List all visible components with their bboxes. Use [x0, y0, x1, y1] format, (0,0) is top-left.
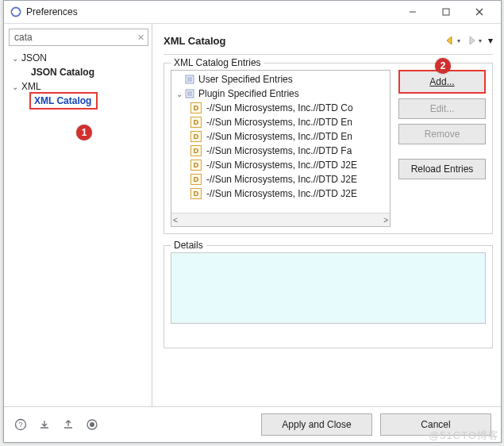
entry-text: -//Sun Microsystems, Inc.//DTD En — [206, 117, 352, 128]
entries-group: XML Catalog Entries User Specified Entri… — [164, 63, 493, 234]
bottom-bar: ? Apply and Close Cancel — [4, 406, 501, 442]
catalog-entry[interactable]: D-//Sun Microsystems, Inc.//DTD En — [171, 129, 390, 144]
export-icon[interactable] — [61, 417, 75, 432]
entry-label: Plugin Specified Entries — [198, 88, 299, 99]
separator — [164, 54, 493, 55]
clear-filter-icon[interactable]: ✕ — [137, 33, 144, 43]
user-entries-node[interactable]: User Specified Entries — [171, 72, 390, 87]
tree-label: JSON Catalog — [29, 67, 94, 78]
back-button[interactable]: ▾ — [445, 36, 460, 45]
catalog-entry[interactable]: D-//Sun Microsystems, Inc.//DTD Co — [171, 101, 390, 115]
minimize-button[interactable] — [396, 2, 429, 22]
details-group-label: Details — [171, 240, 206, 251]
tree-node-json-catalog[interactable]: JSON Catalog — [9, 65, 148, 79]
catalog-icon — [184, 74, 195, 85]
apply-and-close-button[interactable]: Apply and Close — [261, 413, 372, 436]
entry-text: -//Sun Microsystems, Inc.//DTD En — [206, 131, 352, 142]
edit-button[interactable]: Edit... — [398, 98, 486, 119]
chevron-down-icon: ⌄ — [10, 83, 20, 91]
entries-button-column: Add... Edit... Remove Reload Entries — [398, 70, 486, 227]
catalog-entry[interactable]: D-//Sun Microsystems, Inc.//DTD En — [171, 115, 390, 129]
dtd-icon: D — [190, 174, 202, 185]
cancel-button[interactable]: Cancel — [380, 413, 491, 436]
entries-group-label: XML Catalog Entries — [171, 57, 264, 68]
filter-box[interactable]: ✕ — [9, 29, 148, 46]
import-icon[interactable] — [37, 417, 52, 432]
client-area: ✕ ⌄ JSON JSON Catalog ⌄ XML — [4, 24, 501, 442]
right-content: XML Catalog ▾ ▾ ▾ XML Catalog Entries — [152, 24, 501, 406]
app-icon — [10, 6, 21, 17]
nav-history: ▾ ▾ ▾ — [445, 35, 493, 46]
tree-label: JSON — [20, 52, 47, 63]
chevron-down-icon: ⌄ — [10, 54, 20, 63]
help-icon[interactable]: ? — [13, 417, 28, 432]
catalog-entry[interactable]: D-//Sun Microsystems, Inc.//DTD J2E — [171, 158, 390, 172]
reload-entries-button[interactable]: Reload Entries — [398, 159, 486, 179]
entry-text: -//Sun Microsystems, Inc.//DTD J2E — [206, 174, 357, 185]
dtd-icon: D — [190, 145, 202, 156]
dtd-icon: D — [190, 131, 202, 142]
svg-rect-3 — [443, 9, 449, 15]
plugin-entries-node[interactable]: ⌄ Plugin Specified Entries — [171, 87, 390, 101]
entry-label: User Specified Entries — [198, 74, 293, 85]
window-controls — [396, 2, 496, 22]
filter-input[interactable] — [13, 31, 134, 44]
tree-node-json[interactable]: ⌄ JSON — [9, 51, 148, 65]
tree-node-xml-catalog[interactable]: XML Catalog — [9, 94, 148, 108]
svg-rect-1 — [12, 11, 20, 13]
chevron-down-icon: ⌄ — [175, 90, 184, 98]
left-navigator: ✕ ⌄ JSON JSON Catalog ⌄ XML — [4, 24, 152, 406]
preferences-tree: ⌄ JSON JSON Catalog ⌄ XML XML Catalog — [9, 51, 148, 108]
tree-label: XML — [20, 81, 41, 92]
details-group: Details — [164, 245, 493, 348]
annotation-badge-2: 2 — [435, 58, 451, 74]
entry-text: -//Sun Microsystems, Inc.//DTD Co — [206, 102, 353, 113]
window-title: Preferences — [26, 6, 396, 17]
catalog-entry[interactable]: D-//Sun Microsystems, Inc.//DTD Fa — [171, 144, 390, 158]
menu-chevron-icon[interactable]: ▾ — [488, 35, 493, 46]
close-button[interactable] — [463, 2, 496, 22]
catalog-entry[interactable]: D-//Sun Microsystems, Inc.//DTD J2E — [171, 186, 390, 201]
preferences-window: Preferences ✕ ⌄ JSON JSON Catalo — [3, 0, 502, 443]
dtd-icon: D — [190, 117, 202, 128]
annotation-badge-1: 1 — [76, 125, 92, 140]
tree-label: XML Catalog — [33, 95, 91, 106]
main-area: ✕ ⌄ JSON JSON Catalog ⌄ XML — [4, 24, 501, 406]
titlebar: Preferences — [4, 1, 501, 24]
remove-button[interactable]: Remove — [398, 124, 486, 144]
dtd-icon: D — [190, 160, 202, 171]
horizontal-scrollbar[interactable]: <> — [171, 213, 390, 226]
forward-button[interactable]: ▾ — [467, 36, 482, 45]
svg-point-17 — [90, 422, 94, 427]
catalog-entries-list[interactable]: User Specified Entries ⌄ Plugin Specifie… — [171, 70, 391, 227]
dtd-icon: D — [190, 102, 202, 113]
entry-text: -//Sun Microsystems, Inc.//DTD J2E — [206, 188, 357, 199]
details-panel — [171, 252, 486, 324]
record-icon[interactable] — [85, 417, 99, 432]
svg-text:?: ? — [18, 421, 22, 429]
maximize-button[interactable] — [429, 2, 463, 22]
page-title: XML Catalog — [164, 35, 445, 47]
entry-text: -//Sun Microsystems, Inc.//DTD J2E — [206, 160, 357, 171]
page-header: XML Catalog ▾ ▾ ▾ — [164, 32, 493, 49]
entry-text: -//Sun Microsystems, Inc.//DTD Fa — [206, 145, 352, 156]
dtd-icon: D — [190, 188, 202, 199]
catalog-entry[interactable]: D-//Sun Microsystems, Inc.//DTD J2E — [171, 172, 390, 186]
catalog-icon — [184, 88, 195, 99]
annotation-highlight: XML Catalog — [29, 92, 98, 110]
